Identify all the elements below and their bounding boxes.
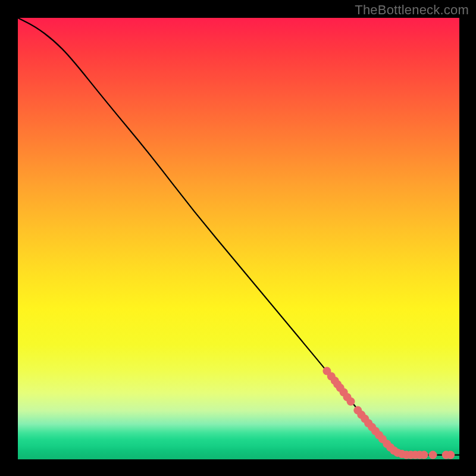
- watermark-text: TheBottleneck.com: [355, 2, 469, 18]
- data-point: [347, 397, 355, 406]
- curve-path: [18, 18, 459, 455]
- chart-frame: TheBottleneck.com: [0, 0, 476, 476]
- plot-area: [18, 18, 459, 459]
- data-point: [446, 451, 455, 459]
- data-point: [420, 451, 428, 459]
- data-point: [429, 451, 437, 459]
- points-group: [322, 367, 455, 459]
- chart-svg: [18, 18, 459, 459]
